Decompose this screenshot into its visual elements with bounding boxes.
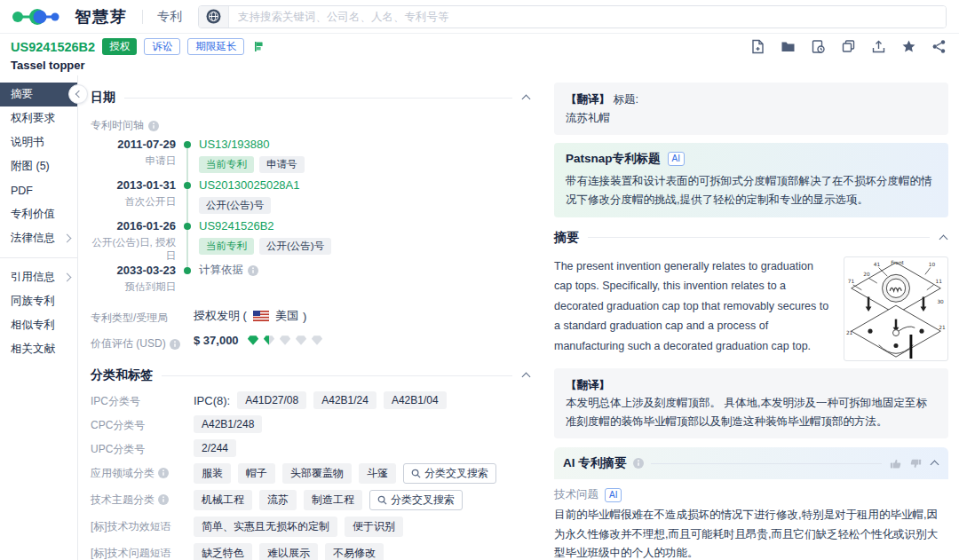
term-extension-badge[interactable]: 期限延长	[187, 38, 244, 55]
zhihuiya-logo-icon[interactable]	[11, 6, 62, 28]
star-icon[interactable]	[901, 39, 916, 54]
ipc-chip[interactable]: A41D27/08	[237, 391, 306, 409]
topic-chip[interactable]: 制造工程	[304, 490, 362, 510]
timeline-entry: 2016-01-26 公开(公告)日, 授权日 US9241526B2 当前专利…	[91, 218, 531, 263]
problem-chip[interactable]: 缺乏特色	[194, 543, 252, 560]
divider	[588, 237, 930, 238]
calc-basis-label[interactable]: 计算依据	[199, 263, 243, 278]
export-icon[interactable]	[871, 39, 886, 54]
grant-number-link[interactable]: US9241526B2	[199, 218, 331, 233]
abstract-text: The present invention generally relates …	[554, 256, 831, 361]
sidebar-item-description[interactable]: 说明书	[0, 130, 77, 154]
nav-patent-link[interactable]: 专利	[157, 9, 182, 25]
patent-type-value: 授权发明 (	[194, 308, 247, 324]
timeline-date-label: 预估到期日	[91, 280, 176, 294]
timeline-date: 2016-01-26	[91, 218, 176, 233]
gem-empty-icon	[279, 335, 291, 346]
sidebar-item-legal-info[interactable]: 法律信息	[0, 226, 77, 250]
timeline-date-label: 申请日	[91, 154, 176, 168]
pdf-add-icon[interactable]	[750, 39, 765, 54]
cross-search-button[interactable]: 分类交叉搜索	[403, 463, 496, 484]
collapse-up-icon[interactable]	[930, 454, 939, 473]
upc-chip[interactable]: 2/244	[194, 439, 236, 457]
problem-chip[interactable]: 难以展示	[259, 543, 318, 560]
tech-problem-text: 目前的毕业帽很难在不造成损坏的情况下进行修改,特别是对于租用的毕业帽,因为永久性…	[554, 506, 948, 560]
sidebar: 摘要 权利要求 说明书 附图 (5) PDF 专利价值 法律信息 引用信息 同族…	[0, 75, 78, 560]
thumbs-up-icon[interactable]	[889, 457, 902, 470]
tag-number-type: 公开(公告)号	[199, 197, 271, 214]
info-icon[interactable]	[158, 494, 169, 505]
tech-problem-heading: 技术问题	[554, 487, 598, 502]
collapse-up-icon[interactable]	[521, 88, 531, 107]
timeline-dot	[184, 141, 191, 148]
sidebar-item-patent-value[interactable]: 专利价值	[0, 202, 77, 226]
sidebar-item-citation-info[interactable]: 引用信息	[0, 265, 77, 289]
upc-label: UPC分类号	[91, 439, 194, 455]
effect-chip[interactable]: 便于识别	[345, 517, 403, 537]
divider	[651, 463, 882, 464]
timeline-date: 2013-01-31	[91, 177, 176, 193]
classification-section-header: 分类和标签	[91, 366, 531, 385]
info-icon[interactable]	[148, 121, 159, 131]
svg-text:21: 21	[846, 330, 853, 335]
application-number-link[interactable]: US13/193880	[199, 137, 305, 152]
report-icon[interactable]	[811, 39, 826, 54]
brand-name: 智慧芽	[75, 6, 128, 28]
us-flag-icon	[253, 311, 269, 321]
patent-header: US9241526B2 授权 诉讼 期限延长	[0, 34, 959, 75]
thumbs-down-icon[interactable]	[909, 457, 923, 470]
sidebar-item-family-patents[interactable]: 同族专利	[0, 289, 77, 313]
sidebar-item-related-literature[interactable]: 相关文献	[0, 337, 77, 361]
sidebar-item-abstract[interactable]: 摘要	[0, 83, 77, 106]
sidebar-divider	[0, 257, 77, 258]
upc-row: UPC分类号 2/244	[91, 439, 531, 457]
sidebar-item-drawings[interactable]: 附图 (5)	[0, 154, 77, 178]
info-icon[interactable]	[633, 458, 644, 469]
topic-chip[interactable]: 流苏	[259, 490, 297, 510]
flag-marker-icon[interactable]	[253, 41, 264, 52]
gem-full-icon	[247, 335, 259, 346]
effect-chip[interactable]: 简单、实惠且无损坏的定制	[194, 517, 337, 537]
divider	[162, 375, 512, 376]
ai-badge: AI	[605, 488, 622, 502]
sidebar-collapse-button[interactable]	[68, 84, 88, 104]
sidebar-item-claims[interactable]: 权利要求	[0, 106, 77, 130]
patent-figure[interactable]: 41 Front 10 20 71 11 30 21 21	[844, 256, 948, 361]
sidebar-item-pdf[interactable]: PDF	[0, 178, 77, 202]
translated-title-box: 【翻译】 标题: 流苏礼帽	[554, 83, 948, 135]
ipc-chip[interactable]: A42B1/24	[313, 391, 376, 409]
value-amount: $ 37,000	[194, 334, 239, 347]
collapse-up-icon[interactable]	[521, 366, 531, 385]
patent-country: 美国	[275, 308, 298, 324]
problem-chip[interactable]: 不易修改	[325, 543, 384, 560]
sidebar-item-similar-patents[interactable]: 相似专利	[0, 313, 77, 337]
collapse-up-icon[interactable]	[939, 228, 948, 248]
tech-effect-label: [标]技术功效短语	[91, 517, 194, 532]
field-chip[interactable]: 帽子	[238, 463, 275, 484]
copy-icon[interactable]	[841, 39, 856, 54]
timeline-dot	[184, 267, 191, 274]
cpc-label: CPC分类号	[91, 415, 194, 431]
cpc-row: CPC分类号 A42B1/248	[91, 415, 531, 433]
publication-number-link[interactable]: US20130025028A1	[199, 177, 300, 193]
field-chip[interactable]: 头部覆盖物	[282, 463, 352, 484]
cross-search-button[interactable]: 分类交叉搜索	[369, 490, 463, 510]
patent-number[interactable]: US9241526B2	[11, 40, 95, 54]
info-icon[interactable]	[158, 468, 169, 478]
folder-icon[interactable]	[781, 39, 796, 54]
info-icon[interactable]	[248, 265, 258, 276]
litigation-badge[interactable]: 诉讼	[144, 38, 180, 55]
abstract-section-header: 摘要	[554, 228, 948, 248]
cpc-chip[interactable]: A42B1/248	[194, 415, 262, 433]
topic-chip[interactable]: 机械工程	[194, 490, 252, 510]
field-chip[interactable]: 服装	[194, 463, 231, 484]
patent-detail-page: 智慧芽 专利 US9241526B2 授权 诉讼 期限延长	[0, 0, 959, 560]
share-icon[interactable]	[931, 39, 947, 54]
search-input[interactable]	[229, 6, 946, 28]
field-chip[interactable]: 斗篷	[359, 463, 396, 484]
timeline-entry: 2033-03-23 预估到期日 计算依据	[91, 263, 531, 300]
globe-icon[interactable]	[199, 6, 229, 28]
ipc-chip[interactable]: A42B1/04	[384, 391, 447, 409]
chevron-right-icon	[63, 234, 72, 243]
info-icon[interactable]	[170, 339, 180, 350]
